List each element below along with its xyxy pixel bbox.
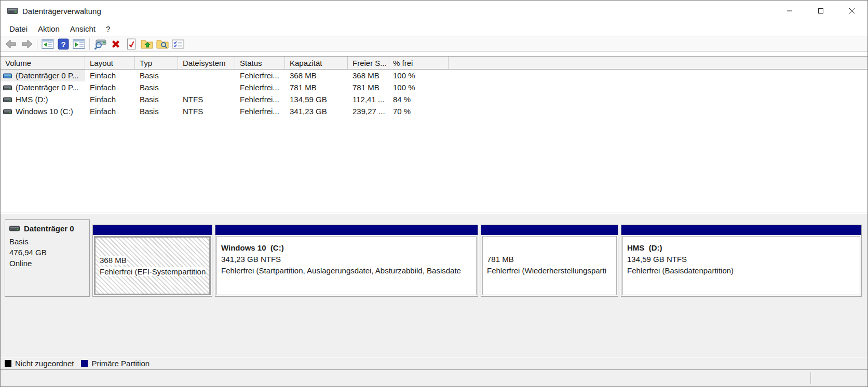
console-tree-button[interactable] bbox=[40, 37, 56, 51]
cell-freier-speicher: 112,41 ... bbox=[348, 93, 388, 105]
disk-name: Datenträger 0 bbox=[24, 224, 74, 233]
menu-ansicht[interactable]: Ansicht bbox=[65, 23, 101, 35]
cell-volume: Windows 10 (C:) bbox=[16, 107, 73, 116]
partition-size: 781 MB bbox=[487, 254, 616, 266]
disk-0-row: Datenträger 0 Basis 476,94 GB Online 368… bbox=[5, 219, 863, 297]
partition-status: Fehlerfrei (Startpartition, Auslagerungs… bbox=[221, 266, 476, 277]
cell-status: Fehlerfrei... bbox=[235, 105, 285, 117]
partition-color-bar bbox=[93, 225, 212, 235]
table-row[interactable]: (Datenträger 0 P... Einfach Basis Fehler… bbox=[1, 70, 867, 81]
column-header-prozent-frei[interactable]: % frei bbox=[388, 57, 449, 69]
properties-button[interactable] bbox=[170, 37, 186, 51]
forward-icon bbox=[20, 39, 33, 49]
cell-dateisystem: NTFS bbox=[178, 93, 235, 105]
cell-dateisystem: NTFS bbox=[178, 105, 235, 117]
cell-prozent-frei: 84 % bbox=[388, 93, 449, 105]
pane-splitter[interactable] bbox=[1, 213, 867, 216]
toolbar-separator bbox=[37, 38, 37, 50]
partition-status: Fehlerfrei (EFI-Systempartition bbox=[100, 267, 206, 276]
partition-name bbox=[487, 243, 616, 254]
legend-bar: Nicht zugeordnet Primäre Partition bbox=[1, 357, 867, 370]
folder-search-button[interactable] bbox=[155, 37, 170, 51]
rescan-disks-button[interactable] bbox=[92, 37, 108, 51]
cell-typ: Basis bbox=[135, 93, 178, 105]
partition-size: 368 MB bbox=[100, 256, 127, 265]
legend-swatch-unallocated bbox=[5, 360, 11, 367]
volume-icon bbox=[3, 85, 12, 91]
forward-button[interactable] bbox=[19, 37, 34, 51]
partition-hms-d[interactable]: HMS (D:) 134,59 GB NTFS Fehlerfrei (Basi… bbox=[621, 225, 862, 297]
partition-efi-system[interactable]: 368 MB Fehlerfrei (EFI-Systempartition bbox=[92, 225, 212, 297]
disk-status: Online bbox=[9, 258, 85, 269]
partition-name bbox=[100, 244, 209, 255]
cell-kapazitaet: 134,59 GB bbox=[285, 93, 348, 105]
minimize-button[interactable] bbox=[774, 1, 805, 21]
cell-layout: Einfach bbox=[85, 70, 135, 81]
partition-strip: 368 MB Fehlerfrei (EFI-Systempartition W… bbox=[92, 219, 862, 297]
column-header-typ[interactable]: Typ bbox=[135, 57, 178, 69]
status-bar bbox=[1, 370, 867, 386]
cell-volume: (Datenträger 0 P... bbox=[16, 83, 78, 92]
titlebar: Datenträgerverwaltung bbox=[1, 1, 867, 21]
disk-capacity: 476,94 GB bbox=[9, 247, 85, 258]
cell-freier-speicher: 781 MB bbox=[348, 81, 388, 93]
disk-management-window: Datenträgerverwaltung Datei Aktion Ansic… bbox=[0, 0, 868, 387]
toolbar-separator bbox=[89, 38, 90, 50]
partition-size: 341,23 GB NTFS bbox=[221, 254, 476, 266]
empty-area bbox=[1, 297, 867, 357]
column-header-dateisystem[interactable]: Dateisystem bbox=[178, 57, 235, 69]
action-pane-icon bbox=[73, 39, 85, 49]
partition-windows-c[interactable]: Windows 10 (C:) 341,23 GB NTFS Fehlerfre… bbox=[215, 225, 478, 297]
cell-layout: Einfach bbox=[85, 81, 135, 93]
toolbar: ? bbox=[1, 36, 867, 52]
partition-color-bar bbox=[621, 225, 861, 235]
status-bar-divider bbox=[810, 372, 811, 384]
disk-icon bbox=[9, 225, 20, 232]
graphical-view-pane: Datenträger 0 Basis 476,94 GB Online 368… bbox=[1, 216, 867, 386]
partition-recovery[interactable]: 781 MB Fehlerfrei (Wiederherstellungspar… bbox=[481, 225, 618, 297]
column-header-status[interactable]: Status bbox=[235, 57, 285, 69]
partition-name: HMS (D:) bbox=[627, 243, 860, 254]
folder-search-icon bbox=[156, 39, 169, 49]
partition-color-bar bbox=[215, 225, 478, 235]
help-button[interactable]: ? bbox=[56, 37, 71, 51]
cell-prozent-frei: 100 % bbox=[388, 81, 449, 93]
close-button[interactable] bbox=[836, 1, 867, 21]
column-header-kapazitaet[interactable]: Kapazität bbox=[285, 57, 348, 69]
folder-up-icon bbox=[141, 39, 153, 49]
disk-0-info-panel[interactable]: Datenträger 0 Basis 476,94 GB Online bbox=[5, 219, 90, 297]
partition-name: Windows 10 (C:) bbox=[221, 243, 476, 254]
window-controls bbox=[774, 1, 867, 21]
menu-help[interactable]: ? bbox=[101, 23, 115, 35]
cell-layout: Einfach bbox=[85, 105, 135, 117]
cell-status: Fehlerfrei... bbox=[235, 81, 285, 93]
cell-layout: Einfach bbox=[85, 93, 135, 105]
table-row[interactable]: HMS (D:) Einfach Basis NTFS Fehlerfrei..… bbox=[1, 93, 867, 105]
action-pane-button[interactable] bbox=[71, 37, 87, 51]
folder-up-button[interactable] bbox=[139, 37, 155, 51]
column-header-layout[interactable]: Layout bbox=[85, 57, 135, 69]
delete-button[interactable] bbox=[108, 37, 124, 51]
table-row[interactable]: Windows 10 (C:) Einfach Basis NTFS Fehle… bbox=[1, 105, 867, 117]
table-row[interactable]: (Datenträger 0 P... Einfach Basis Fehler… bbox=[1, 81, 867, 93]
column-header-freier-speicher[interactable]: Freier S... bbox=[348, 57, 388, 69]
cell-kapazitaet: 781 MB bbox=[285, 81, 348, 93]
cell-dateisystem bbox=[178, 81, 235, 93]
column-header-filler bbox=[449, 57, 867, 69]
maximize-button[interactable] bbox=[805, 1, 836, 21]
back-button[interactable] bbox=[3, 37, 19, 51]
volume-list: Volume Layout Typ Dateisystem Status Kap… bbox=[1, 52, 867, 213]
cell-typ: Basis bbox=[135, 70, 178, 81]
properties-icon bbox=[172, 39, 184, 49]
cell-prozent-frei: 70 % bbox=[388, 105, 449, 117]
partition-status: Fehlerfrei (Wiederherstellungsparti bbox=[487, 266, 616, 277]
cell-status: Fehlerfrei... bbox=[235, 70, 285, 81]
menu-aktion[interactable]: Aktion bbox=[33, 23, 65, 35]
column-header-volume[interactable]: Volume bbox=[1, 57, 85, 69]
partition-color-bar bbox=[481, 225, 618, 235]
disk-type: Basis bbox=[9, 236, 85, 247]
cell-kapazitaet: 368 MB bbox=[285, 70, 348, 81]
menu-datei[interactable]: Datei bbox=[4, 23, 33, 35]
legend-swatch-primary-partition bbox=[81, 360, 88, 367]
check-document-button[interactable] bbox=[124, 37, 139, 51]
